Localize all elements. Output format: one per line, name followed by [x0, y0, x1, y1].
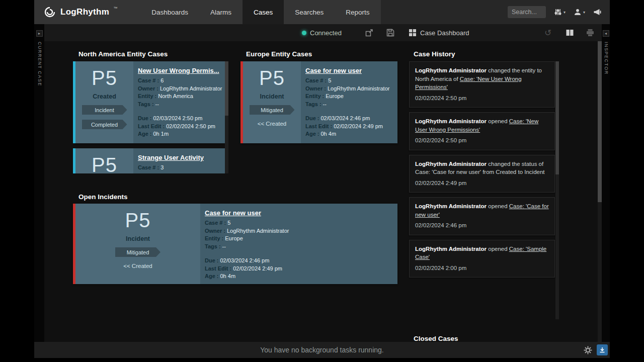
case-history-entry[interactable]: LogRhythm Administrator opened Case: 'Ca… [409, 197, 555, 235]
case-priority: P5 [92, 67, 117, 88]
dashboard-selector[interactable]: Case Dashboard [409, 24, 469, 41]
sliders-icon [554, 8, 562, 16]
app-title: LogRhythm [60, 7, 109, 17]
entity-label: Entity : [305, 93, 324, 99]
undo-button[interactable]: ↺ [544, 24, 551, 41]
tags-label: Tags : [305, 101, 321, 107]
scrollbar-thumb[interactable] [225, 61, 228, 116]
age-value: 0h 4m [321, 131, 337, 137]
connected-dot-icon [302, 31, 306, 35]
case-priority: P5 [125, 210, 151, 231]
last-edit-value: 02/02/2024 2:50 pm [166, 123, 215, 129]
history-actor: LogRhythm Administrator [415, 118, 487, 124]
layout-columns-button[interactable] [566, 24, 574, 41]
connection-status: Connected [302, 24, 342, 41]
north-america-case-list: P5 Created Incident Completed New User W… [73, 61, 225, 173]
history-timestamp: 02/02/2024 2:49 pm [415, 179, 549, 188]
current-case-rail: ▸ CURRENT CASE [34, 24, 44, 342]
history-timestamp: 02/02/2024 2:46 pm [415, 221, 549, 230]
tags-value: -- [222, 243, 226, 249]
open-incident-card-case-for-new-user[interactable]: P5 Incident Mitigated << Created Case fo… [73, 204, 397, 284]
tab-alarms[interactable]: Alarms [199, 0, 243, 24]
tab-searches[interactable]: Searches [284, 0, 335, 24]
announcements-button[interactable] [593, 8, 602, 16]
downloads-button[interactable] [597, 344, 608, 355]
tab-dashboards[interactable]: Dashboards [140, 0, 199, 24]
case-title-link[interactable]: New User Wrong Permis... [138, 67, 219, 74]
case-history-scrollbar[interactable] [555, 61, 559, 319]
tab-reports[interactable]: Reports [335, 0, 380, 24]
primary-tabs: Dashboards Alarms Cases Searches Reports [140, 0, 380, 24]
case-status: Incident [260, 93, 284, 100]
save-view-button[interactable] [386, 24, 394, 41]
expand-inspector-button[interactable]: ◂ [603, 30, 609, 37]
tab-cases[interactable]: Cases [243, 0, 284, 24]
case-details-panel: New User Wrong Permis... Case # :6 Owner… [133, 61, 225, 143]
owner-label: Owner : [138, 85, 158, 92]
case-title-link[interactable]: Case for new user [205, 209, 261, 217]
status-change-button-incident[interactable]: Incident [82, 105, 127, 115]
case-card-new-user-wrong-permissions[interactable]: P5 Created Incident Completed New User W… [73, 61, 225, 143]
due-label: Due : [138, 115, 152, 121]
user-menu[interactable]: ▾ [574, 8, 585, 16]
scrollbar-thumb[interactable] [598, 41, 602, 202]
history-timestamp: 02/02/2024 2:50 pm [415, 136, 549, 145]
case-number-label: Case # : [138, 164, 159, 170]
status-change-button-completed[interactable]: Completed [82, 120, 127, 129]
case-number-label: Case # : [138, 77, 159, 83]
logrhythm-logo[interactable]: LogRhythm ™ [34, 0, 132, 24]
background-tasks-bar: You have no background tasks running. [34, 342, 610, 358]
status-back-link-created[interactable]: << Created [123, 263, 152, 269]
scrollbar-thumb[interactable] [555, 61, 559, 174]
case-history-entry[interactable]: LogRhythm Administrator opened Case: 'Sa… [409, 240, 555, 278]
print-button[interactable] [586, 24, 594, 41]
last-edit-label: Last Edit : [138, 123, 165, 129]
logrhythm-app-window: LogRhythm ™ Dashboards Alarms Cases Sear… [34, 0, 610, 358]
history-action-text: opened [487, 246, 509, 252]
case-history-entry[interactable]: LogRhythm Administrator changed the stat… [409, 155, 555, 193]
north-america-scrollbar[interactable] [225, 61, 228, 173]
view-title: Case Dashboard [420, 29, 469, 37]
display-options-menu[interactable]: ▾ [554, 8, 566, 16]
section-title-north-america: North America Entity Cases [78, 50, 168, 58]
gear-icon[interactable] [584, 346, 592, 354]
trademark-symbol: ™ [113, 6, 117, 11]
chevron-down-icon: ▾ [583, 10, 585, 15]
case-history-list: LogRhythm Administrator changed the enti… [409, 61, 555, 278]
case-summary-panel: P5 Incident Mitigated << Created [243, 61, 301, 143]
case-history-entry[interactable]: LogRhythm Administrator opened Case: 'Ne… [409, 112, 555, 150]
section-title-europe: Europe Entity Cases [246, 50, 312, 58]
age-value: 0h 4m [220, 273, 236, 279]
history-actor: LogRhythm Administrator [415, 246, 487, 252]
last-edit-value: 02/02/2024 2:49 pm [233, 265, 282, 272]
status-back-link-created[interactable]: << Created [258, 121, 287, 127]
history-action-text: opened [487, 118, 509, 124]
entity-label: Entity : [138, 93, 156, 99]
case-priority: P5 [259, 67, 285, 88]
search-input[interactable] [508, 6, 546, 18]
owner-label: Owner : [205, 228, 225, 234]
case-title-link[interactable]: Case for new user [305, 67, 362, 74]
entity-value: Europe [326, 93, 343, 99]
case-card-strange-user-activity[interactable]: P5 Strange User Activity Case # :3 Owner… [73, 148, 225, 173]
owner-value: LogRhythm Administrator [160, 85, 222, 92]
last-edit-value: 02/02/2024 2:49 pm [334, 123, 383, 129]
popout-window-button[interactable] [365, 24, 373, 41]
background-tasks-message: You have no background tasks running. [34, 346, 610, 354]
case-history-entry[interactable]: LogRhythm Administrator changed the enti… [409, 61, 555, 108]
main-scrollbar[interactable] [598, 41, 602, 342]
status-change-button-mitigated[interactable]: Mitigated [250, 105, 295, 115]
status-change-button-mitigated[interactable]: Mitigated [115, 247, 160, 257]
case-status: Incident [126, 235, 150, 242]
columns-icon [566, 29, 574, 37]
expand-current-case-button[interactable]: ▸ [36, 30, 43, 37]
age-label: Age : [138, 131, 152, 137]
due-value: 02/03/2024 2:46 pm [321, 115, 370, 121]
chevron-down-icon: ▾ [564, 10, 566, 15]
case-card-case-for-new-user[interactable]: P5 Incident Mitigated << Created Case fo… [240, 61, 397, 143]
due-value: 02/03/2024 2:50 pm [153, 115, 203, 121]
user-icon [574, 8, 582, 16]
age-label: Age : [205, 273, 219, 279]
logrhythm-logo-icon [43, 6, 56, 18]
case-title-link[interactable]: Strange User Activity [138, 154, 204, 161]
